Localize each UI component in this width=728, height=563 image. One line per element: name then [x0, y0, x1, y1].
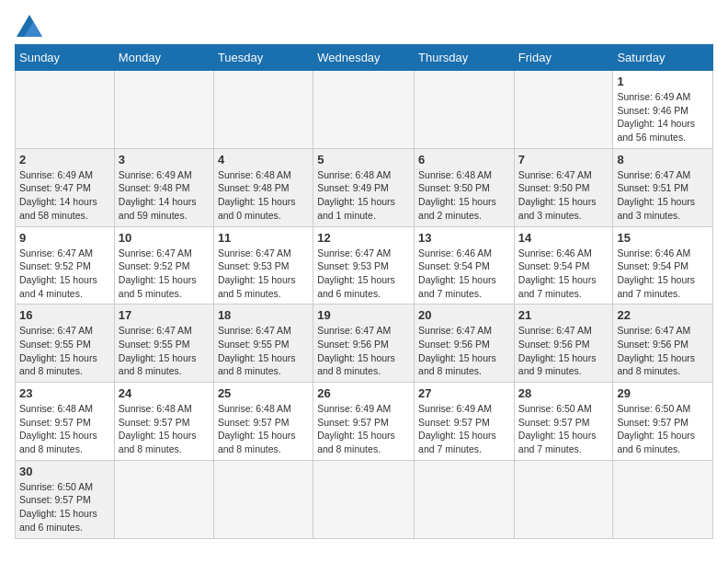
day-number: 10 [119, 231, 210, 245]
calendar-cell: 1Sunrise: 6:49 AM Sunset: 9:46 PM Daylig… [613, 71, 713, 149]
calendar-cell: 18Sunrise: 6:47 AM Sunset: 9:55 PM Dayli… [213, 304, 313, 383]
calendar-cell: 12Sunrise: 6:47 AM Sunset: 9:53 PM Dayli… [313, 226, 415, 304]
calendar-table: SundayMondayTuesdayWednesdayThursdayFrid… [15, 44, 713, 539]
weekday-header-tuesday: Tuesday [213, 45, 313, 71]
day-number: 25 [218, 386, 309, 400]
day-info: Sunrise: 6:48 AM Sunset: 9:48 PM Dayligh… [218, 168, 309, 223]
day-number: 20 [418, 308, 510, 322]
calendar-cell: 30Sunrise: 6:50 AM Sunset: 9:57 PM Dayli… [16, 460, 115, 538]
day-info: Sunrise: 6:47 AM Sunset: 9:55 PM Dayligh… [218, 324, 309, 378]
calendar-week-row: 2Sunrise: 6:49 AM Sunset: 9:47 PM Daylig… [16, 148, 713, 226]
calendar-cell: 3Sunrise: 6:49 AM Sunset: 9:48 PM Daylig… [114, 148, 213, 226]
calendar-week-row: 1Sunrise: 6:49 AM Sunset: 9:46 PM Daylig… [16, 71, 713, 149]
day-info: Sunrise: 6:50 AM Sunset: 9:57 PM Dayligh… [617, 402, 709, 456]
calendar-cell [114, 71, 213, 149]
calendar-cell: 25Sunrise: 6:48 AM Sunset: 9:57 PM Dayli… [213, 383, 313, 461]
day-number: 2 [19, 153, 110, 167]
calendar-cell [313, 71, 415, 149]
calendar-cell: 4Sunrise: 6:48 AM Sunset: 9:48 PM Daylig… [213, 148, 313, 226]
calendar-cell: 8Sunrise: 6:47 AM Sunset: 9:51 PM Daylig… [613, 148, 713, 226]
calendar-cell: 10Sunrise: 6:47 AM Sunset: 9:52 PM Dayli… [114, 226, 213, 304]
day-number: 22 [617, 308, 709, 322]
day-info: Sunrise: 6:49 AM Sunset: 9:57 PM Dayligh… [317, 402, 410, 456]
calendar-cell: 20Sunrise: 6:47 AM Sunset: 9:56 PM Dayli… [415, 304, 515, 383]
calendar-cell: 14Sunrise: 6:46 AM Sunset: 9:54 PM Dayli… [514, 226, 613, 304]
day-number: 16 [19, 308, 110, 322]
day-number: 21 [518, 308, 609, 322]
calendar-cell [514, 71, 613, 149]
calendar-cell: 24Sunrise: 6:48 AM Sunset: 9:57 PM Dayli… [114, 383, 213, 461]
day-number: 24 [119, 386, 210, 400]
day-info: Sunrise: 6:47 AM Sunset: 9:51 PM Dayligh… [617, 168, 709, 223]
calendar-cell [213, 460, 313, 538]
calendar-cell: 9Sunrise: 6:47 AM Sunset: 9:52 PM Daylig… [16, 226, 115, 304]
day-info: Sunrise: 6:49 AM Sunset: 9:46 PM Dayligh… [617, 90, 709, 144]
day-number: 19 [317, 308, 410, 322]
weekday-header-friday: Friday [514, 45, 613, 71]
calendar-cell: 26Sunrise: 6:49 AM Sunset: 9:57 PM Dayli… [313, 383, 415, 461]
calendar-cell: 21Sunrise: 6:47 AM Sunset: 9:56 PM Dayli… [514, 304, 613, 383]
calendar-cell [16, 71, 115, 149]
day-number: 13 [418, 231, 510, 245]
calendar-cell [415, 71, 515, 149]
calendar-cell: 16Sunrise: 6:47 AM Sunset: 9:55 PM Dayli… [16, 304, 115, 383]
calendar-cell [613, 460, 713, 538]
calendar-cell: 13Sunrise: 6:46 AM Sunset: 9:54 PM Dayli… [415, 226, 515, 304]
day-number: 14 [518, 231, 609, 245]
calendar-week-row: 23Sunrise: 6:48 AM Sunset: 9:57 PM Dayli… [16, 383, 713, 461]
day-info: Sunrise: 6:47 AM Sunset: 9:53 PM Dayligh… [218, 247, 309, 301]
calendar-cell: 17Sunrise: 6:47 AM Sunset: 9:55 PM Dayli… [114, 304, 213, 383]
day-number: 9 [19, 231, 110, 245]
calendar-cell [514, 460, 613, 538]
day-number: 18 [218, 308, 309, 322]
weekday-header-row: SundayMondayTuesdayWednesdayThursdayFrid… [16, 45, 713, 71]
weekday-header-sunday: Sunday [16, 45, 115, 71]
calendar-week-row: 30Sunrise: 6:50 AM Sunset: 9:57 PM Dayli… [16, 460, 713, 538]
calendar-cell: 5Sunrise: 6:48 AM Sunset: 9:49 PM Daylig… [313, 148, 415, 226]
calendar-cell: 19Sunrise: 6:47 AM Sunset: 9:56 PM Dayli… [313, 304, 415, 383]
day-number: 11 [218, 231, 309, 245]
day-info: Sunrise: 6:47 AM Sunset: 9:56 PM Dayligh… [617, 324, 709, 378]
day-info: Sunrise: 6:46 AM Sunset: 9:54 PM Dayligh… [617, 247, 709, 301]
day-info: Sunrise: 6:47 AM Sunset: 9:50 PM Dayligh… [518, 168, 609, 223]
day-number: 30 [19, 465, 110, 478]
calendar-cell: 2Sunrise: 6:49 AM Sunset: 9:47 PM Daylig… [16, 148, 115, 226]
day-info: Sunrise: 6:47 AM Sunset: 9:53 PM Dayligh… [317, 247, 410, 301]
day-info: Sunrise: 6:47 AM Sunset: 9:55 PM Dayligh… [19, 324, 110, 378]
calendar-cell: 7Sunrise: 6:47 AM Sunset: 9:50 PM Daylig… [514, 148, 613, 226]
calendar-cell: 22Sunrise: 6:47 AM Sunset: 9:56 PM Dayli… [613, 304, 713, 383]
day-number: 7 [518, 153, 609, 167]
header [15, 15, 713, 37]
day-number: 17 [119, 308, 210, 322]
calendar-cell: 29Sunrise: 6:50 AM Sunset: 9:57 PM Dayli… [613, 383, 713, 461]
day-number: 5 [317, 153, 410, 167]
day-info: Sunrise: 6:48 AM Sunset: 9:57 PM Dayligh… [119, 402, 210, 456]
day-info: Sunrise: 6:48 AM Sunset: 9:49 PM Dayligh… [317, 168, 410, 223]
day-number: 6 [418, 153, 510, 167]
day-info: Sunrise: 6:49 AM Sunset: 9:48 PM Dayligh… [119, 168, 210, 223]
calendar-cell: 27Sunrise: 6:49 AM Sunset: 9:57 PM Dayli… [415, 383, 515, 461]
day-info: Sunrise: 6:50 AM Sunset: 9:57 PM Dayligh… [19, 480, 110, 534]
day-number: 8 [617, 153, 709, 167]
day-info: Sunrise: 6:47 AM Sunset: 9:52 PM Dayligh… [119, 247, 210, 301]
calendar-cell [415, 460, 515, 538]
weekday-header-monday: Monday [114, 45, 213, 71]
day-info: Sunrise: 6:49 AM Sunset: 9:47 PM Dayligh… [19, 168, 110, 223]
day-info: Sunrise: 6:49 AM Sunset: 9:57 PM Dayligh… [418, 402, 510, 456]
day-number: 26 [317, 386, 410, 400]
day-number: 12 [317, 231, 410, 245]
calendar-week-row: 16Sunrise: 6:47 AM Sunset: 9:55 PM Dayli… [16, 304, 713, 383]
day-info: Sunrise: 6:47 AM Sunset: 9:52 PM Dayligh… [19, 247, 110, 301]
day-number: 3 [119, 153, 210, 167]
weekday-header-wednesday: Wednesday [313, 45, 415, 71]
day-info: Sunrise: 6:46 AM Sunset: 9:54 PM Dayligh… [418, 247, 510, 301]
calendar-cell [313, 460, 415, 538]
day-info: Sunrise: 6:47 AM Sunset: 9:56 PM Dayligh… [518, 324, 609, 378]
day-number: 1 [617, 75, 709, 88]
calendar-cell [213, 71, 313, 149]
calendar-week-row: 9Sunrise: 6:47 AM Sunset: 9:52 PM Daylig… [16, 226, 713, 304]
day-info: Sunrise: 6:48 AM Sunset: 9:50 PM Dayligh… [418, 168, 510, 223]
day-number: 29 [617, 386, 709, 400]
day-number: 15 [617, 231, 709, 245]
day-info: Sunrise: 6:48 AM Sunset: 9:57 PM Dayligh… [19, 402, 110, 456]
